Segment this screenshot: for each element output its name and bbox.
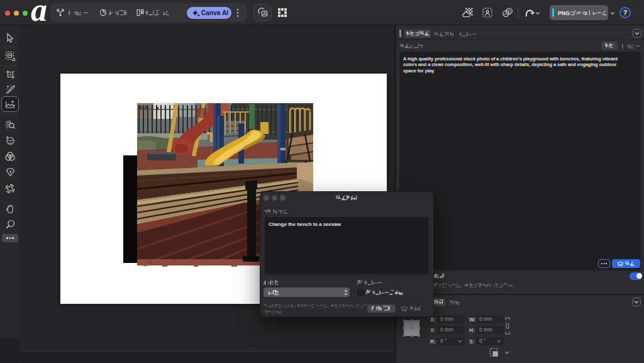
svg-text:A: A bbox=[263, 11, 266, 16]
